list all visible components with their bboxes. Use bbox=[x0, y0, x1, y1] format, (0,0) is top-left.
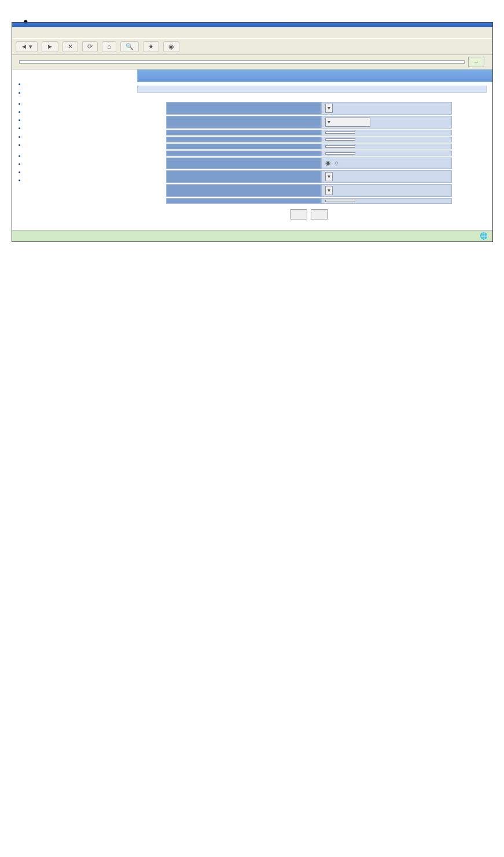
input-dtim[interactable] bbox=[325, 138, 355, 141]
nav-wireless-security[interactable] bbox=[26, 133, 133, 140]
home-button[interactable]: ⌂ bbox=[102, 41, 116, 52]
address-field[interactable] bbox=[19, 60, 465, 64]
nav-firmware-upgrade[interactable] bbox=[26, 168, 133, 175]
media-button[interactable]: ◉ bbox=[163, 41, 179, 52]
nav-administration[interactable] bbox=[26, 108, 133, 115]
select-extended-range[interactable]: ▾ bbox=[325, 186, 333, 195]
radio-disable[interactable]: ◉ bbox=[325, 159, 331, 167]
label-extended-range bbox=[166, 184, 321, 197]
nav-system-summary[interactable] bbox=[26, 80, 133, 87]
input-rts[interactable] bbox=[325, 152, 355, 155]
menubar bbox=[12, 27, 492, 38]
select-data-rate[interactable]: ▾ bbox=[325, 104, 333, 113]
select-tx-power[interactable]: ▾ bbox=[325, 118, 370, 127]
toolbar: ◄ ▾ ► ✕ ⟳ ⌂ 🔍 ★ ◉ bbox=[12, 38, 492, 55]
label-protection-mode bbox=[166, 170, 321, 183]
nav-wireless-station-list[interactable] bbox=[26, 89, 133, 96]
label-beacon-interval bbox=[166, 130, 321, 135]
back-button[interactable]: ◄ ▾ bbox=[16, 41, 38, 52]
status-bar: 🌐 bbox=[12, 230, 492, 241]
radio-enable[interactable]: ○ bbox=[334, 159, 339, 167]
nav-wireless-network[interactable] bbox=[26, 124, 133, 131]
page-body: ▾ ▾ ◉ ○ ▾ ▾ bbox=[12, 69, 492, 229]
favorites-button[interactable]: ★ bbox=[143, 41, 159, 52]
label-short-preamble bbox=[166, 158, 321, 169]
label-data-rate bbox=[166, 102, 321, 115]
label-dtim bbox=[166, 137, 321, 142]
nav-wireless-advanced[interactable] bbox=[26, 141, 133, 148]
embedded-screenshot: ◄ ▾ ► ✕ ⟳ ⌂ 🔍 ★ ◉ → bbox=[12, 22, 493, 242]
nav-ip-settings[interactable] bbox=[26, 116, 133, 123]
input-distance[interactable] bbox=[325, 200, 355, 202]
refresh-button[interactable]: ⟳ bbox=[82, 41, 98, 52]
search-button[interactable]: 🔍 bbox=[120, 41, 139, 52]
apply-button[interactable] bbox=[290, 209, 307, 219]
forward-button[interactable]: ► bbox=[42, 41, 58, 52]
nav-backup-restore[interactable] bbox=[26, 160, 133, 167]
label-rts bbox=[166, 151, 321, 156]
nav-reboot[interactable] bbox=[26, 176, 133, 184]
label-distance bbox=[166, 198, 321, 204]
page-banner bbox=[137, 69, 492, 82]
select-protection-mode[interactable]: ▾ bbox=[325, 172, 333, 181]
status-right: 🌐 bbox=[480, 232, 488, 240]
nav-mac-filtering[interactable] bbox=[26, 152, 133, 159]
label-fragment bbox=[166, 144, 321, 149]
nav-system-properties[interactable] bbox=[26, 100, 133, 107]
button-row bbox=[166, 205, 452, 224]
go-button[interactable]: → bbox=[468, 57, 484, 67]
cancel-button[interactable] bbox=[311, 209, 328, 219]
sidebar bbox=[12, 69, 137, 229]
stop-button[interactable]: ✕ bbox=[62, 41, 78, 52]
window-titlebar bbox=[12, 23, 492, 27]
main-panel: ▾ ▾ ◉ ○ ▾ ▾ bbox=[137, 69, 492, 229]
input-beacon-interval[interactable] bbox=[325, 131, 355, 134]
input-fragment[interactable] bbox=[325, 145, 355, 148]
settings-form: ▾ ▾ ◉ ○ ▾ ▾ bbox=[137, 98, 492, 229]
label-tx-power bbox=[166, 116, 321, 129]
breadcrumb bbox=[137, 86, 487, 93]
address-bar: → bbox=[12, 55, 492, 69]
